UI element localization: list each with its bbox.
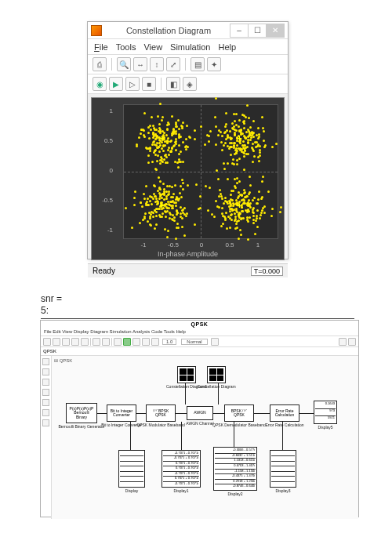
sim-tab[interactable]: QPSK [43,349,56,354]
display-block[interactable]: Display [118,450,145,488]
stop-icon[interactable]: ■ [142,77,156,91]
sim-menubar[interactable]: File Edit View Display Diagram Simulatio… [41,328,358,336]
annotate-icon[interactable] [42,389,49,396]
error-rate-block[interactable]: Error RateCalculation Error Rate Calcula… [270,404,299,422]
menu-view[interactable]: View [143,42,162,52]
legend-icon[interactable]: ▤ [191,57,205,71]
back-icon[interactable] [62,338,70,346]
sim-toolbar: 1.0 Normal [41,336,358,347]
statusbar: Ready T=0.000 [88,263,288,278]
xtick: -1 [140,241,146,248]
ytick: 1 [100,107,113,114]
toolbar-2: ◉ ▶ ▷ ■ ◧ ◈ [88,74,288,94]
sim-time-input[interactable]: 1.0 [162,339,176,345]
bernoulli-source-block[interactable]: P(x)P(x)P(x)PBernoulliBinary Bernoulli B… [66,403,97,423]
lib-browser-icon[interactable] [93,338,100,346]
ytick: 0 [100,167,113,174]
snr-label: snr = [41,293,354,305]
menubar: FFileile Tools View Simulation Help [88,39,288,55]
scope-block-2[interactable]: Constellation Diagram [207,366,226,383]
palette-rail [41,356,52,519]
zoom-y-icon[interactable]: ↕ [150,57,164,71]
record-icon[interactable] [151,338,159,346]
sim-title: QPSK [41,321,358,328]
xtick: -0.5 [168,241,179,248]
breadcrumb[interactable]: ⊞ QPSK [54,357,72,363]
area-icon[interactable] [42,409,49,416]
ytick: -0.5 [100,197,113,204]
bit2int-block[interactable]: Bit to IntegerConverter Bit to Integer C… [107,404,136,422]
titlebar[interactable]: Constellation Diagram – ☐ ✕ [88,22,288,39]
run-icon[interactable]: ▶ [109,77,123,91]
constellation-window: Constellation Diagram – ☐ ✕ FFileile Too… [87,21,289,259]
print-icon[interactable]: ⎙ [93,57,107,71]
autoscale-icon[interactable]: ⤢ [166,57,180,71]
status-time: T=0.000 [251,267,283,276]
matlab-app-icon [91,25,102,36]
display3-block[interactable]: Display3 [270,450,296,488]
menu-simulation[interactable]: Simulation [170,42,210,52]
xtick: 1 [256,241,260,248]
display2-block[interactable]: -0.3006 - 0.577i-0.8432 + 1.511i1.1313 -… [213,447,257,491]
window-buttons: – ☐ ✕ [230,24,285,38]
simulink-window: QPSK File Edit View Display Diagram Simu… [40,320,359,517]
xtick: 0.5 [225,241,234,248]
model-canvas[interactable]: ⊞ QPSK Constellation Diagram1 Constellat… [52,356,358,519]
model-explorer-icon[interactable] [102,338,110,346]
snapshot-icon[interactable]: ◧ [166,77,180,91]
save-icon[interactable] [53,338,60,346]
new-model-icon[interactable] [43,338,51,346]
fast-restart-icon[interactable] [211,338,219,346]
zoom-x-icon[interactable]: ↔ [133,57,147,71]
ytick: -1 [100,227,113,234]
stop-icon[interactable] [142,338,150,346]
menu-help[interactable]: Help [218,42,236,52]
display1-block[interactable]: -0.7071 - 0.7071i-0.7071 + 0.7071i0.7071… [162,450,201,488]
help-icon[interactable] [348,338,356,346]
image-block-icon[interactable] [42,399,49,406]
menu-file[interactable]: FFileile [94,42,108,52]
zoom-in-icon[interactable]: 🔍 [117,57,131,71]
settings-icon[interactable]: ◉ [93,77,107,91]
gear-icon[interactable] [339,338,347,346]
status-ready: Ready [93,267,115,275]
sim-mode-select[interactable]: Normal [181,339,207,345]
menu-tools[interactable]: Tools [116,42,136,52]
toolbar-1: ⎙ 🔍 ↔ ↕ ⤢ ▤ ✦ [88,55,288,74]
qpsk-mod-block[interactable]: ⸀⸁⸂ BPSKQPSK QPSK Modulator Baseband [146,404,176,422]
maximize-button[interactable]: ☐ [248,24,267,38]
nav-hide-icon[interactable] [42,358,49,365]
scope-block-1[interactable]: Constellation Diagram1 [177,366,196,383]
fwd-icon[interactable] [71,338,79,346]
awgn-block[interactable]: AWGN AWGN Channel [187,406,213,420]
highlight-icon[interactable]: ◈ [183,77,197,91]
fit-view-icon[interactable] [42,368,49,375]
sim-tabbar: QPSK [41,347,358,356]
x-axis-label: In-phase Amplitude [158,250,218,258]
command-output: snr = 5: [41,293,354,319]
scatter-canvas: ++++ [123,104,278,239]
step-fwd-icon[interactable] [132,338,140,346]
constellation-plot[interactable]: Quadrature Amplitude In-phase Amplitude … [91,97,285,260]
xtick: 0 [200,241,203,248]
step-fwd-icon[interactable]: ▷ [125,77,140,91]
step-back-icon[interactable] [114,338,122,346]
snr-value: 5: [41,305,354,317]
display5-block[interactable]: 0.16439735921 Display5 [314,401,337,424]
minimize-button[interactable]: – [230,24,249,38]
close-button[interactable]: ✕ [266,24,285,38]
qpsk-demod-block[interactable]: BPSK ⸀⸁⸂QPSK QPSK Demodulator Baseband [224,404,254,422]
ytick: 0.5 [100,137,113,144]
viewmark-icon[interactable] [42,419,49,426]
up-icon[interactable] [81,338,89,346]
run-icon[interactable] [123,338,131,346]
window-title: Constellation Diagram [107,26,230,35]
style-icon[interactable]: ✦ [207,57,221,71]
zoom-in-icon[interactable] [42,379,49,386]
